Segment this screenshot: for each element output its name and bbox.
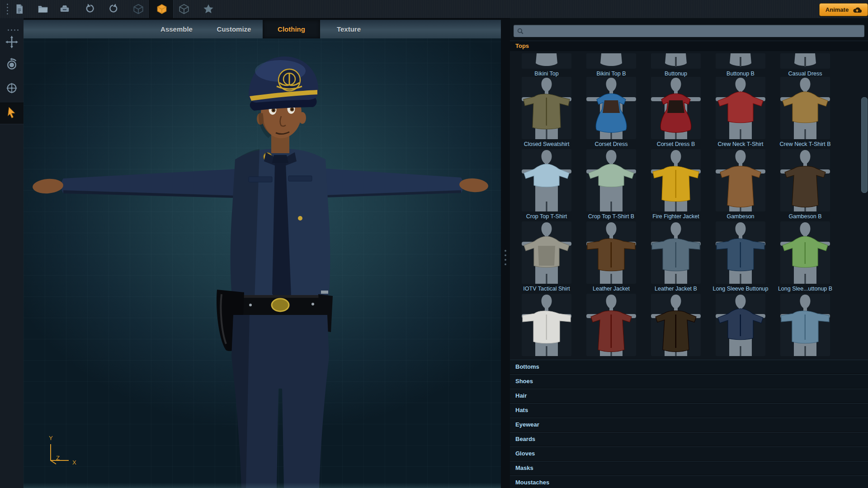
- character-mode-button-active[interactable]: [155, 2, 169, 16]
- target-tool-button[interactable]: [5, 81, 19, 95]
- clothing-item-label: Crop Top T-Shirt: [514, 213, 579, 220]
- section-header-tops[interactable]: Tops: [510, 41, 868, 52]
- clothing-item[interactable]: [586, 53, 636, 69]
- clothing-item[interactable]: [651, 77, 701, 139]
- new-document-button[interactable]: [12, 2, 27, 16]
- clothing-item[interactable]: [716, 77, 765, 139]
- assemble-mode-button[interactable]: [131, 2, 146, 16]
- category-gloves[interactable]: Gloves: [510, 446, 868, 461]
- document-icon: [14, 3, 25, 15]
- clothing-item[interactable]: [651, 149, 701, 211]
- search-input[interactable]: [527, 24, 864, 38]
- clothing-item[interactable]: [651, 221, 701, 284]
- clothing-item-label: Casual Dress: [773, 70, 838, 77]
- tops-label: Tops: [510, 41, 868, 51]
- clothing-item[interactable]: [586, 149, 636, 211]
- undo-button[interactable]: [83, 2, 98, 16]
- clothing-item-label: Long Sleeve Buttonup: [708, 286, 773, 292]
- cursor-icon: [5, 106, 19, 119]
- search-box[interactable]: [514, 25, 864, 37]
- clothing-item[interactable]: [716, 149, 765, 211]
- clothing-item[interactable]: [780, 221, 830, 284]
- clothing-item[interactable]: [522, 149, 571, 211]
- category-hats[interactable]: Hats: [510, 403, 868, 418]
- mode-tabbar: Assemble Customize Clothing Texture: [24, 20, 501, 39]
- panel-resize-handle[interactable]: [503, 250, 508, 270]
- clothing-item[interactable]: [780, 77, 830, 139]
- clothing-item[interactable]: [780, 294, 830, 356]
- clothing-item-label: Buttonup B: [708, 70, 773, 77]
- target-icon: [5, 81, 19, 95]
- category-shoes[interactable]: Shoes: [510, 374, 868, 389]
- clothing-item[interactable]: [716, 294, 765, 356]
- category-beards[interactable]: Beards: [510, 432, 868, 446]
- viewport-3d[interactable]: Y Z X: [24, 38, 501, 488]
- left-toolbar: [0, 18, 24, 488]
- save-button[interactable]: [57, 2, 72, 16]
- axis-gizmo: Y Z X: [41, 434, 79, 467]
- open-file-button[interactable]: [36, 2, 50, 16]
- top-toolbar: Animate: [0, 0, 868, 19]
- clothing-item[interactable]: [651, 53, 701, 69]
- clothing-item-label: Gambeson: [708, 213, 773, 220]
- move-icon: [5, 35, 19, 49]
- cube-outline-icon: [178, 3, 190, 15]
- clothing-item[interactable]: [651, 294, 701, 356]
- category-masks[interactable]: Masks: [510, 461, 868, 475]
- redo-button[interactable]: [106, 2, 120, 16]
- clothing-item-label: Gambeson B: [773, 213, 838, 220]
- favorites-button[interactable]: [201, 2, 216, 16]
- clothing-item[interactable]: [522, 77, 571, 139]
- star-icon: [203, 3, 214, 15]
- tab-texture[interactable]: Texture: [320, 20, 377, 38]
- clothing-item-label: Fire Fighter Jacket: [643, 213, 708, 220]
- clothing-item-label: Corset Dress B: [643, 141, 708, 147]
- tab-customize[interactable]: Customize: [205, 20, 263, 38]
- category-moustaches[interactable]: Moustaches: [510, 475, 868, 488]
- clothing-item-label: Corset Dress: [579, 141, 644, 147]
- save-icon: [59, 3, 71, 15]
- cube-outline-icon: [132, 3, 144, 15]
- clothing-item-label: Bikini Top: [514, 70, 579, 77]
- clothing-item[interactable]: [780, 53, 830, 69]
- axis-x-label: X: [72, 459, 76, 466]
- clothing-item-label: Leather Jacket B: [643, 286, 708, 292]
- clothing-item-label: Bikini Top B: [579, 70, 644, 77]
- animate-label: Animate: [826, 6, 849, 13]
- animate-button[interactable]: Animate: [819, 3, 868, 16]
- axis-z-label: Z: [56, 455, 60, 461]
- category-eyewear[interactable]: Eyewear: [510, 418, 868, 432]
- undo-icon: [85, 3, 96, 15]
- clothing-item[interactable]: [716, 53, 765, 69]
- clothing-item[interactable]: [522, 294, 571, 356]
- rotate-tool-button[interactable]: [5, 57, 19, 72]
- clothing-item[interactable]: [586, 294, 636, 356]
- tab-assemble[interactable]: Assemble: [148, 20, 205, 38]
- redo-icon: [107, 3, 119, 15]
- select-tool-button[interactable]: [5, 105, 19, 120]
- panel-scrollbar-thumb[interactable]: [861, 97, 868, 193]
- rotate-icon: [5, 58, 19, 71]
- move-tool-button[interactable]: [5, 35, 19, 49]
- clothing-item[interactable]: [586, 221, 636, 284]
- clothing-item-label: Crop Top T-Shirt B: [579, 213, 644, 220]
- clothing-panel: Tops Bikini TopBikini Top BButtonupButto…: [510, 18, 868, 488]
- character-model: [24, 38, 501, 488]
- clothing-item-label: Closed Sweatshirt: [514, 141, 579, 147]
- clothing-item-label: Buttonup: [643, 70, 708, 77]
- cube-filled-icon: [156, 3, 168, 15]
- clothing-item[interactable]: [780, 149, 830, 211]
- folder-icon: [37, 3, 49, 15]
- clothing-item[interactable]: [522, 53, 571, 69]
- clothing-item[interactable]: [586, 77, 636, 139]
- tab-clothing[interactable]: Clothing: [263, 20, 320, 38]
- clothing-item[interactable]: [522, 221, 571, 284]
- cloud-upload-icon: [852, 5, 862, 15]
- library-mode-button[interactable]: [177, 2, 191, 16]
- clothing-item-label: Long Slee...uttonup B: [773, 286, 838, 292]
- clothing-item-label: IOTV Tactical Shirt: [514, 286, 579, 292]
- clothing-item[interactable]: [716, 221, 765, 284]
- category-bottoms[interactable]: Bottoms: [510, 360, 868, 374]
- axis-y-label: Y: [49, 435, 53, 441]
- category-hair[interactable]: Hair: [510, 389, 868, 403]
